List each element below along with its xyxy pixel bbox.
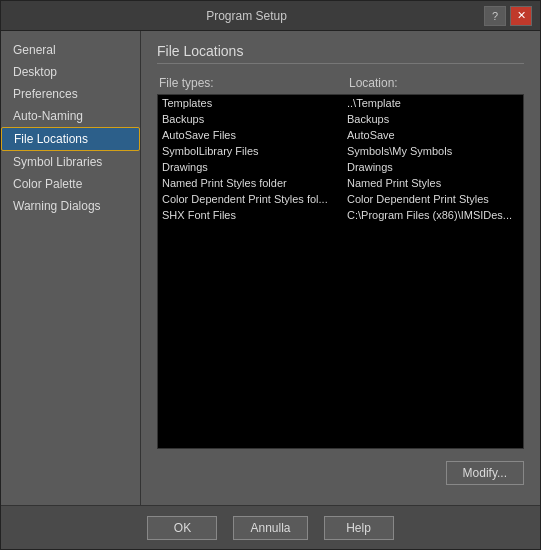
file-type-cell: Named Print Styles folder [162, 177, 347, 189]
col-header-file-types: File types: [159, 76, 349, 90]
sidebar-item-warning-dialogs[interactable]: Warning Dialogs [1, 195, 140, 217]
table-row[interactable]: SymbolLibrary FilesSymbols\My Symbols [158, 143, 523, 159]
main-content: File Locations File types: Location: Tem… [141, 31, 540, 505]
file-type-cell: AutoSave Files [162, 129, 347, 141]
close-button[interactable]: ✕ [510, 6, 532, 26]
table-row[interactable]: Color Dependent Print Styles fol...Color… [158, 191, 523, 207]
program-setup-dialog: Program Setup ? ✕ GeneralDesktopPreferen… [0, 0, 541, 550]
modify-button-row: Modify... [157, 461, 524, 485]
file-list[interactable]: Templates..\TemplateBackupsBackupsAutoSa… [157, 94, 524, 449]
file-type-cell: Templates [162, 97, 347, 109]
help-button[interactable]: Help [324, 516, 394, 540]
file-location-cell: Backups [347, 113, 519, 125]
file-type-cell: Backups [162, 113, 347, 125]
table-row[interactable]: DrawingsDrawings [158, 159, 523, 175]
sidebar-item-desktop[interactable]: Desktop [1, 61, 140, 83]
file-location-cell: Named Print Styles [347, 177, 519, 189]
file-location-cell: Color Dependent Print Styles [347, 193, 519, 205]
file-location-cell: AutoSave [347, 129, 519, 141]
file-type-cell: Color Dependent Print Styles fol... [162, 193, 347, 205]
file-location-cell: ..\Template [347, 97, 519, 109]
dialog-title: Program Setup [206, 9, 287, 23]
file-location-cell: Symbols\My Symbols [347, 145, 519, 157]
bottom-bar: OK Annulla Help [1, 505, 540, 549]
section-title: File Locations [157, 43, 524, 64]
ok-button[interactable]: OK [147, 516, 217, 540]
table-row[interactable]: BackupsBackups [158, 111, 523, 127]
file-location-cell: Drawings [347, 161, 519, 173]
cancel-button[interactable]: Annulla [233, 516, 307, 540]
file-type-cell: SHX Font Files [162, 209, 347, 221]
title-bar: Program Setup ? ✕ [1, 1, 540, 31]
sidebar-item-color-palette[interactable]: Color Palette [1, 173, 140, 195]
table-row[interactable]: Named Print Styles folderNamed Print Sty… [158, 175, 523, 191]
title-bar-buttons: ? ✕ [484, 6, 532, 26]
column-headers: File types: Location: [157, 76, 524, 90]
table-row[interactable]: Templates..\Template [158, 95, 523, 111]
modify-button[interactable]: Modify... [446, 461, 524, 485]
table-row[interactable]: SHX Font FilesC:\Program Files (x86)\IMS… [158, 207, 523, 223]
file-type-cell: Drawings [162, 161, 347, 173]
file-type-cell: SymbolLibrary Files [162, 145, 347, 157]
sidebar-item-symbol-libraries[interactable]: Symbol Libraries [1, 151, 140, 173]
help-icon-button[interactable]: ? [484, 6, 506, 26]
sidebar: GeneralDesktopPreferencesAuto-NamingFile… [1, 31, 141, 505]
table-row[interactable]: AutoSave FilesAutoSave [158, 127, 523, 143]
dialog-body: GeneralDesktopPreferencesAuto-NamingFile… [1, 31, 540, 505]
sidebar-item-file-locations[interactable]: File Locations [1, 127, 140, 151]
col-header-location: Location: [349, 76, 522, 90]
sidebar-item-general[interactable]: General [1, 39, 140, 61]
sidebar-item-preferences[interactable]: Preferences [1, 83, 140, 105]
file-location-cell: C:\Program Files (x86)\IMSIDes... [347, 209, 519, 221]
sidebar-item-auto-naming[interactable]: Auto-Naming [1, 105, 140, 127]
